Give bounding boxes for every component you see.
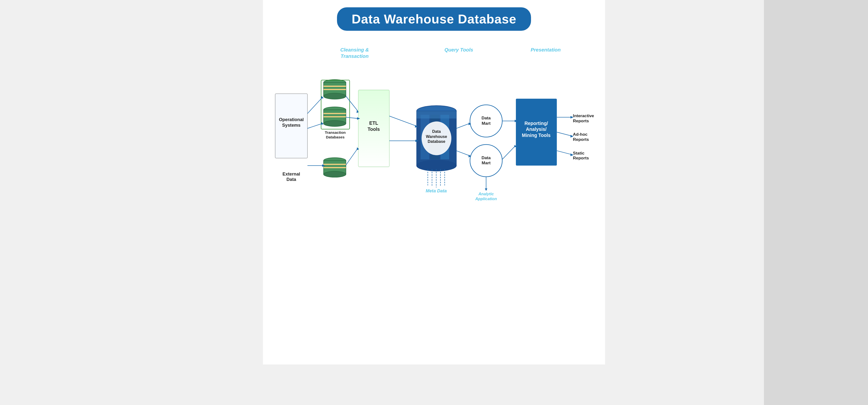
- operational-systems-text2: Systems: [282, 123, 301, 128]
- title-box: Data Warehouse Database: [337, 7, 531, 31]
- data-mart-1-text1: Data: [482, 115, 491, 120]
- analytic-arrow-head: [485, 189, 487, 191]
- arrow-op-to-lower-db: [307, 124, 322, 128]
- page-wrapper: Data Warehouse Database Cleansing & Tran…: [263, 0, 605, 365]
- green-db-top-2-bottom: [323, 121, 346, 127]
- arrow-lower-db-to-etl: [346, 117, 358, 119]
- meta-data-label: Meta Data: [426, 188, 447, 193]
- interactive-reports-text1: Interactive: [573, 113, 594, 118]
- dwh-text1: Data: [432, 129, 441, 134]
- arrow-bottom-db-to-etl: [346, 148, 358, 165]
- static-reports-text1: Static: [573, 150, 585, 156]
- dwh-text2: Warehouse: [426, 134, 447, 139]
- analytic-text1: Analytic: [478, 192, 494, 196]
- static-reports-text2: Reports: [573, 156, 589, 160]
- dwh-text3: Database: [428, 139, 445, 143]
- diagram-container: Cleansing & Transaction Query Tools Pres…: [273, 43, 595, 214]
- diagram-svg: Cleansing & Transaction Query Tools Pres…: [273, 43, 595, 214]
- arrow-to-adhoc: [557, 132, 571, 136]
- adhoc-reports-text1: Ad-hoc: [573, 132, 588, 137]
- arrow-to-static: [557, 150, 571, 154]
- data-mart-2-text1: Data: [482, 155, 491, 160]
- presentation-label: Presentation: [530, 47, 561, 53]
- adhoc-reports-text2: Reports: [573, 137, 589, 142]
- transaction-db-label2: Databases: [326, 135, 345, 139]
- green-db-bottom-bottom: [323, 171, 346, 177]
- arrow-op-to-upper-db: [307, 97, 322, 113]
- cleansing-label: Cleansing &: [340, 47, 369, 53]
- etl-text: ETL: [369, 121, 378, 126]
- etl-text2: Tools: [368, 127, 380, 132]
- right-panel: [764, 0, 868, 405]
- page-title: Data Warehouse Database: [352, 12, 516, 26]
- reporting-text2: Analysis/: [526, 127, 547, 132]
- arrow-dwh-to-dm2: [456, 150, 469, 156]
- reporting-text1: Reporting/: [524, 121, 548, 126]
- reporting-box: [516, 99, 557, 166]
- analytic-text2: Application: [475, 197, 497, 201]
- operational-systems-text: Operational: [279, 117, 304, 122]
- arrow-etl-to-dwh-1: [389, 116, 416, 126]
- transaction-db-label: Transaction: [325, 130, 345, 135]
- interactive-reports-text2: Reports: [573, 119, 589, 123]
- arrow-upper-db-to-etl: [346, 96, 358, 111]
- dwh-top-stripe: [417, 111, 456, 119]
- data-mart-2-text2: Mart: [482, 160, 491, 165]
- green-db-top-1-bottom: [323, 93, 346, 99]
- arrow-dwh-to-dm1: [456, 124, 469, 128]
- external-data-text: External: [282, 171, 300, 176]
- title-container: Data Warehouse Database: [273, 7, 595, 31]
- data-mart-1-text2: Mart: [482, 121, 491, 126]
- arrow-dm2-to-reporting: [502, 146, 516, 160]
- external-data-text2: Data: [286, 177, 296, 182]
- query-tools-label: Query Tools: [444, 47, 473, 53]
- reporting-text3: Mining Tools: [522, 133, 551, 138]
- cleansing-label-2: Transaction: [341, 54, 369, 59]
